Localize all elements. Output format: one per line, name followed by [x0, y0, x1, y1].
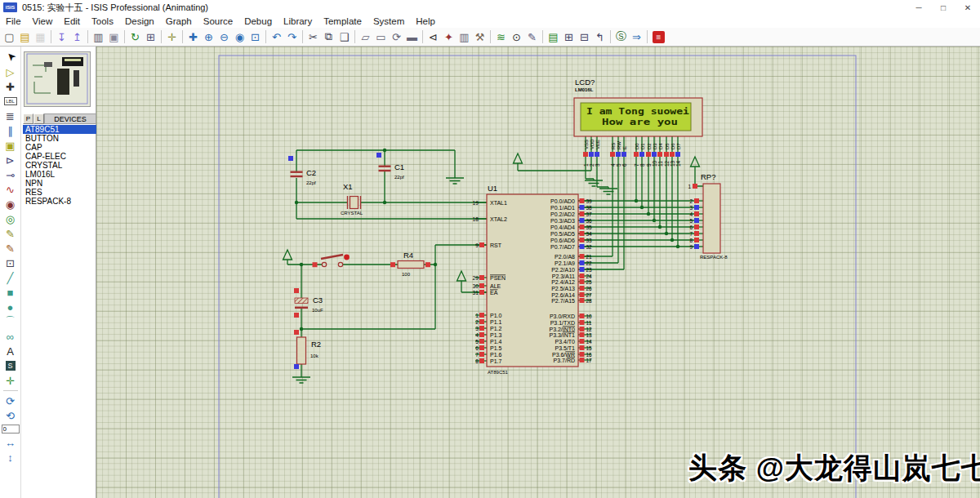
button-lever[interactable] [321, 255, 343, 259]
2d-closed-path-icon[interactable]: ∞ [2, 329, 19, 344]
search-tag-icon[interactable]: ⊙ [509, 29, 524, 45]
paste-icon[interactable]: ❑ [336, 29, 352, 45]
zoom-out-icon[interactable]: ⊖ [216, 29, 232, 45]
new-file-icon[interactable]: ▢ [2, 29, 17, 45]
menu-view[interactable]: View [27, 16, 59, 27]
2d-box-icon[interactable]: ■ [2, 285, 19, 300]
tape-recorder-mode-icon[interactable]: ◉ [2, 197, 19, 211]
menu-graph[interactable]: Graph [160, 16, 198, 27]
toggle-origin-icon[interactable]: ✛ [164, 29, 180, 45]
power-arrow[interactable] [283, 250, 292, 260]
c2-ref-label[interactable]: C2 [306, 168, 316, 177]
graph-mode-icon[interactable]: ∿ [2, 182, 19, 197]
import-section-icon[interactable]: ↧ [54, 29, 69, 45]
property-assignment-icon[interactable]: ✎ [524, 29, 540, 45]
menu-tools[interactable]: Tools [86, 16, 119, 27]
menu-system[interactable]: System [368, 16, 410, 27]
ground-symbol[interactable] [599, 189, 617, 194]
mirror-horizontal-icon[interactable]: ↔ [2, 435, 19, 450]
toggle-grid-icon[interactable]: ⊞ [143, 29, 158, 45]
packaging-tool-icon[interactable]: ▥ [457, 29, 472, 45]
print-icon[interactable]: ▥ [91, 29, 106, 45]
pick-device-icon[interactable]: ⊲ [425, 29, 441, 45]
decompose-icon[interactable]: ⚒ [472, 29, 488, 45]
overview-window[interactable] [24, 51, 91, 107]
cut-icon[interactable]: ✂ [305, 29, 321, 45]
junction-dot-mode-icon[interactable]: ✚ [2, 79, 19, 94]
subcircuit-mode-icon[interactable]: ▣ [2, 138, 19, 153]
device-pin-mode-icon[interactable]: ⊸ [2, 167, 19, 182]
current-probe-mode-icon[interactable]: ✎ [2, 241, 19, 256]
menu-source[interactable]: Source [198, 16, 238, 27]
2d-symbol-icon[interactable]: S [6, 361, 16, 371]
block-move-icon[interactable]: ▭ [373, 29, 389, 45]
menu-library[interactable]: Library [278, 16, 318, 27]
generator-mode-icon[interactable]: ◎ [2, 211, 19, 226]
ground-symbol[interactable] [446, 178, 464, 184]
electrical-check-icon[interactable]: ⇒ [629, 29, 644, 45]
terminal-mode-icon[interactable]: ⊳ [2, 153, 19, 167]
menu-debug[interactable]: Debug [238, 16, 278, 27]
rotation-angle-input[interactable] [2, 425, 20, 434]
minimize-button[interactable]: ─ [906, 0, 931, 15]
device-item-res[interactable]: RES [23, 188, 96, 197]
bill-of-materials-icon[interactable]: Ⓢ [613, 29, 629, 45]
respack-body[interactable] [703, 184, 720, 253]
r2-ref-label[interactable]: R2 [311, 340, 321, 349]
undo-icon[interactable]: ↶ [269, 29, 284, 45]
menu-file[interactable]: File [0, 16, 27, 27]
zoom-in-icon[interactable]: ⊕ [201, 29, 216, 45]
mirror-vertical-icon[interactable]: ↕ [2, 450, 19, 465]
netlist-to-ares-icon[interactable]: ≡ [653, 31, 665, 43]
c2-capacitor[interactable] [291, 171, 303, 173]
r4-ref-label[interactable]: R4 [403, 251, 413, 260]
make-device-icon[interactable]: ✦ [441, 29, 457, 45]
rotate-anticlockwise-icon[interactable]: ⟲ [2, 408, 19, 423]
block-rotate-icon[interactable]: ⟳ [389, 29, 404, 45]
menu-design[interactable]: Design [119, 16, 160, 27]
ground-symbol[interactable] [292, 377, 310, 383]
wire-label-mode-icon[interactable]: LBL [4, 97, 17, 105]
power-arrow[interactable] [457, 271, 466, 281]
c3-capacitor[interactable] [295, 298, 308, 304]
remove-sheet-icon[interactable]: ⊟ [577, 29, 592, 45]
library-button[interactable]: L [33, 113, 44, 124]
block-delete-icon[interactable]: ▬ [404, 29, 420, 45]
open-file-icon[interactable]: ▤ [17, 29, 33, 45]
pan-icon[interactable]: ✚ [185, 29, 201, 45]
maximize-button[interactable]: □ [931, 0, 956, 15]
r2-resistor[interactable] [297, 337, 306, 364]
new-sheet-icon[interactable]: ⊞ [561, 29, 577, 45]
goto-parent-sheet-icon[interactable]: ↰ [592, 29, 608, 45]
respack-ref-label[interactable]: RP? [701, 172, 715, 181]
zoom-area-icon[interactable]: ⊡ [247, 29, 263, 45]
menu-edit[interactable]: Edit [58, 16, 86, 27]
c1-ref-label[interactable]: C1 [394, 162, 404, 171]
power-arrow[interactable] [514, 153, 523, 163]
close-button[interactable]: ✕ [956, 0, 980, 15]
menu-template[interactable]: Template [318, 16, 368, 27]
2d-text-icon[interactable]: A [2, 344, 19, 358]
virtual-instruments-mode-icon[interactable]: ⊡ [2, 256, 19, 270]
save-file-icon[interactable]: ▦ [33, 29, 48, 45]
c3-ref-label[interactable]: C3 [313, 296, 323, 305]
device-item-lm016l[interactable]: LM016L [23, 170, 96, 179]
device-item-button[interactable]: BUTTON [23, 134, 96, 143]
device-item-cap-elec[interactable]: CAP-ELEC [23, 152, 96, 161]
copy-icon[interactable]: ⧉ [321, 29, 336, 45]
device-item-at89c51[interactable]: AT89C51 [23, 125, 96, 134]
rotate-clockwise-icon[interactable]: ⟳ [2, 394, 19, 408]
crystal-net-wires[interactable] [296, 150, 487, 219]
text-script-mode-icon[interactable]: ≣ [2, 109, 19, 123]
ground-symbol[interactable] [585, 180, 603, 186]
2d-circle-icon[interactable]: ● [2, 300, 19, 314]
wire-autorouter-icon[interactable]: ≋ [493, 29, 509, 45]
lcd-ref-label[interactable]: LCD? [575, 78, 595, 87]
voltage-probe-mode-icon[interactable]: ✎ [2, 226, 19, 241]
mark-output-area-icon[interactable]: ▣ [106, 29, 122, 45]
schematic[interactable]: LCD? LM016L I am Tong suowei How are you… [96, 47, 980, 498]
device-item-npn[interactable]: NPN [23, 179, 96, 188]
crystal-ref-label[interactable]: X1 [343, 182, 353, 191]
menu-help[interactable]: Help [410, 16, 441, 27]
redo-icon[interactable]: ↷ [284, 29, 300, 45]
